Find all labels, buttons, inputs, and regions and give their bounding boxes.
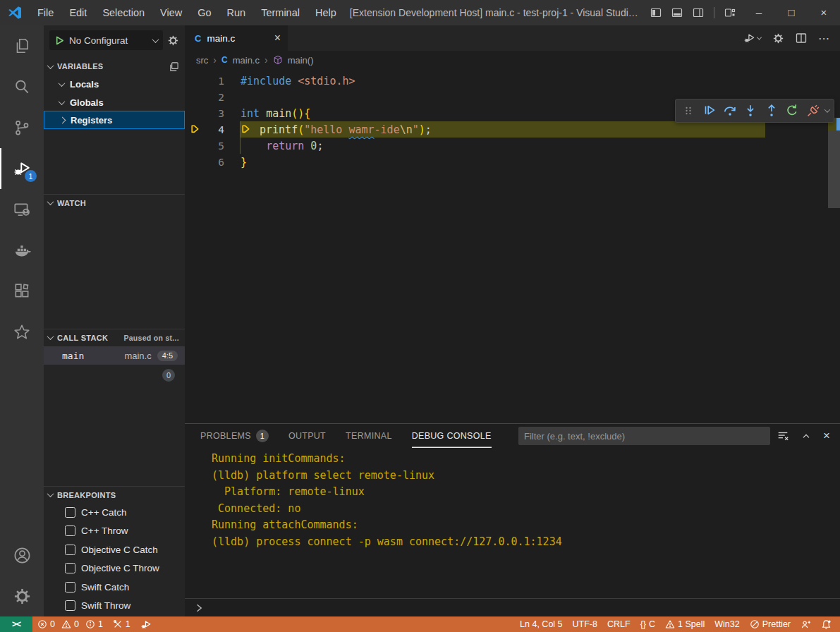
formatter-status[interactable]: Prettier [745,616,796,632]
breadcrumb-folder[interactable]: src [196,55,208,66]
notifications-bell-icon[interactable] [816,616,840,632]
open-settings-icon[interactable] [772,32,784,44]
panel-tab-debug-console[interactable]: DEBUG CONSOLE [412,424,492,448]
code-line-6[interactable]: 6} [185,154,840,170]
tab-close-icon[interactable]: × [274,32,281,44]
minimize-button[interactable]: – [743,0,775,25]
language-mode[interactable]: {} C [635,616,660,632]
split-editor-icon[interactable] [796,32,807,44]
scrollbar-thumb[interactable] [828,130,840,208]
explorer-icon[interactable] [0,25,44,66]
breakpoint-row[interactable]: Swift Catch [44,578,185,597]
restart-button[interactable] [784,102,801,120]
debug-console-filter-input[interactable] [518,427,770,445]
remote-indicator[interactable]: >< [0,616,32,632]
menu-terminal[interactable]: Terminal [253,0,308,25]
debug-config-dropdown[interactable]: No Configurat [49,30,163,50]
panel-tab-output[interactable]: OUTPUT [288,424,326,448]
step-into-button[interactable] [742,102,759,120]
debug-status-icon[interactable] [135,616,157,632]
docker-icon[interactable] [0,230,44,271]
clear-console-icon[interactable] [777,430,789,442]
menu-file[interactable]: File [30,0,61,25]
menu-selection[interactable]: Selection [95,0,152,25]
breakpoint-row[interactable]: Swift Throw [44,597,185,616]
breakpoint-checkbox[interactable] [65,525,75,536]
tools-status[interactable]: 1 [108,616,135,632]
menu-go[interactable]: Go [190,0,219,25]
breakpoint-checkbox[interactable] [65,545,75,555]
code-line-1[interactable]: 1#include <stdio.h> [185,73,840,89]
panel-tab-problems[interactable]: PROBLEMS1 [200,424,269,448]
menu-view[interactable]: View [152,0,190,25]
tab-main-c[interactable]: C main.c × [185,25,288,51]
call-stack-section-header[interactable]: CALL STACK Paused on st... [44,329,185,346]
line-number[interactable]: 3 [206,108,224,119]
line-number[interactable]: 4 [206,124,224,135]
start-debug-icon[interactable] [54,35,65,46]
breadcrumb-symbol[interactable]: main() [288,55,314,66]
line-number[interactable]: 2 [206,92,224,103]
extensions-icon[interactable] [0,271,44,312]
cursor-position[interactable]: Ln 4, Col 5 [515,616,567,632]
line-number[interactable]: 1 [206,75,224,87]
feedback-icon[interactable] [796,616,816,632]
close-button[interactable]: × [808,0,840,25]
favorites-star-icon[interactable] [0,312,44,353]
variables-scope-locals[interactable]: Locals [44,75,185,93]
toggle-panel-icon[interactable] [671,7,683,18]
menu-edit[interactable]: Edit [61,0,95,25]
variables-scope-globals[interactable]: Globals [44,93,185,111]
line-number[interactable]: 6 [206,157,224,168]
spell-checker-status[interactable]: 1 Spell [660,616,710,632]
maximize-button[interactable]: □ [775,0,808,25]
search-icon[interactable] [0,66,44,107]
code-editor[interactable]: 1#include <stdio.h>23int main(){4printf(… [185,69,840,423]
problems-status[interactable]: 0 0 1 [32,616,108,632]
breakpoint-checkbox[interactable] [65,600,75,611]
settings-gear-icon[interactable] [0,576,44,616]
step-over-button[interactable] [722,102,738,120]
continue-button[interactable] [700,102,717,120]
copy-value-icon[interactable] [169,61,179,72]
variables-scope-registers[interactable]: Registers [44,111,185,129]
close-panel-icon[interactable]: × [823,429,830,443]
eol-indicator[interactable]: CRLF [602,616,635,632]
breakpoint-row[interactable]: Objective C Catch [44,540,185,559]
line-number[interactable]: 5 [206,140,224,152]
breakpoint-checkbox[interactable] [65,507,75,518]
disconnect-button[interactable] [805,102,822,120]
toggle-sidebar-icon[interactable] [650,7,662,18]
breakpoint-row[interactable]: C++ Throw [44,522,185,541]
platform-indicator[interactable]: Win32 [710,616,744,632]
maximize-panel-icon[interactable] [801,430,812,442]
watch-section-header[interactable]: WATCH [44,194,185,211]
code-line-5[interactable]: 5 return 0; [185,138,840,154]
run-or-debug-icon[interactable] [743,32,761,44]
toggle-secondary-sidebar-icon[interactable] [693,7,704,18]
debug-current-line-arrow-icon[interactable] [185,123,206,135]
variables-section-header[interactable]: VARIABLES [44,58,185,75]
remote-explorer-icon[interactable] [0,189,44,230]
breakpoint-checkbox[interactable] [65,582,75,592]
code-line-4[interactable]: 4printf("hello wamr-ide\n"); [185,121,840,138]
encoding-indicator[interactable]: UTF-8 [568,616,602,632]
call-stack-frame-row[interactable]: main main.c 4:5 [44,346,185,365]
run-and-debug-icon[interactable]: 1 [0,148,44,189]
breakpoint-row[interactable]: C++ Catch [44,503,185,522]
call-stack-thread-row[interactable]: 0 [44,366,185,384]
breakpoints-section-header[interactable]: BREAKPOINTS [44,486,185,503]
debug-console-input[interactable] [185,598,840,616]
step-out-button[interactable] [763,102,780,120]
account-icon[interactable] [0,535,44,576]
breakpoint-checkbox[interactable] [65,563,75,573]
debug-settings-gear-icon[interactable] [167,35,179,47]
panel-tab-terminal[interactable]: TERMINAL [346,424,392,448]
toolbar-drag-grip[interactable] [680,102,697,120]
breadcrumb-file[interactable]: main.c [233,55,260,66]
more-actions-icon[interactable]: ⋯ [818,32,830,45]
breakpoint-row[interactable]: Objective C Throw [44,559,185,578]
customize-layout-icon[interactable] [724,7,736,18]
source-control-icon[interactable] [0,107,44,148]
debug-toolbar-more-icon[interactable] [824,107,830,112]
